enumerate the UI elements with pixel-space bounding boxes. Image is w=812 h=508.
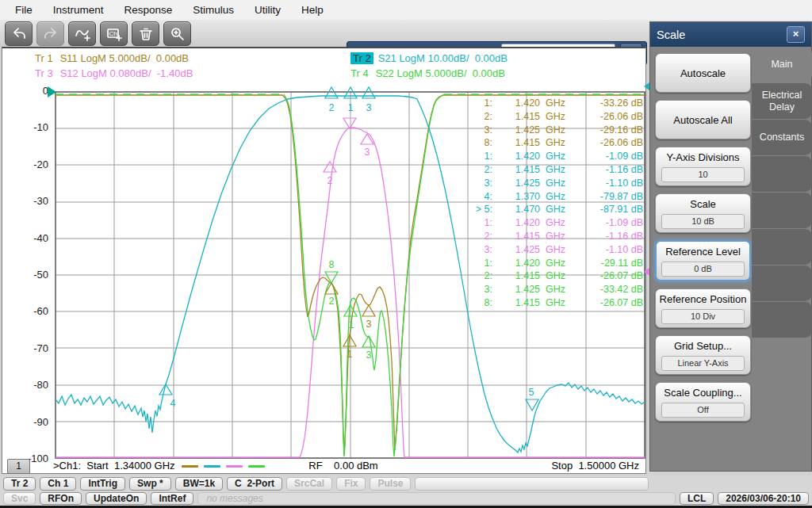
status-row-2-buttons: SvcRFOnUpdateOnIntRef (3, 492, 193, 505)
svg-text:2: 2 (329, 296, 335, 307)
menu-item[interactable]: Help (291, 4, 334, 16)
status-button[interactable]: BW=1k (175, 477, 223, 491)
undo-button[interactable] (5, 21, 33, 46)
status-button[interactable]: Pulse (370, 477, 411, 491)
marker-readout-row: 3:1.425 GHz-33.42 dB (465, 283, 643, 296)
svg-text:8: 8 (329, 259, 335, 270)
menu-item[interactable]: Instrument (43, 4, 114, 16)
trace-labels-right: Tr 2S21 LogM 10.00dB/ 0.00dBTr 4S22 LogM… (350, 52, 508, 82)
marker-readout-row: 1:1.420 GHz-29.11 dB (465, 257, 643, 269)
scale-panel-button[interactable]: Y-Axis Divisions 10 (655, 147, 751, 186)
scale-panel-buttons: Autoscale Autoscale All Y-Axis Divisions… (655, 53, 751, 422)
marker-readout-row: 2:1.415 GHz-26.06 dB (465, 110, 643, 123)
scale-panel-button[interactable]: Reference Position 10 Div (655, 288, 751, 328)
trace-labels-left: Tr 1S11 LogM 5.000dB/ 0.00dBTr 3S12 LogM… (35, 52, 193, 82)
status-button[interactable]: Tr 2 (3, 477, 36, 491)
scale-panel-button[interactable]: Autoscale (655, 53, 751, 93)
close-icon: × (793, 28, 799, 40)
add-channel-icon: Ch (106, 26, 122, 42)
menu-item[interactable]: Stimulus (182, 4, 244, 16)
add-trace-button[interactable] (68, 21, 96, 46)
message-area: no messages (197, 492, 676, 505)
trace-label[interactable]: Tr 4S22 LogM 5.000dB/ 0.00dB (350, 67, 508, 82)
status-button[interactable] (415, 477, 649, 491)
marker-readout-row: 3:1.425 GHz-29.16 dB (465, 124, 643, 136)
status-button[interactable]: C 2-Port (227, 477, 282, 491)
delete-button[interactable] (132, 21, 159, 46)
scale-panel-tab[interactable]: Main (752, 47, 812, 82)
rf-power-label: RF 0.00 dBm (272, 460, 415, 472)
y-axis-tick-label: -70 (10, 342, 48, 355)
scale-panel-button[interactable]: Grid Setup... Linear Y-Axis (655, 335, 751, 375)
svg-text:4: 4 (170, 398, 176, 409)
menu-item[interactable]: File (5, 4, 43, 16)
svg-text:3: 3 (366, 102, 372, 113)
marker-readout-row: 3:1.425 GHz-1.10 dB (465, 177, 643, 189)
svg-text:3: 3 (366, 349, 372, 361)
tab-filler (752, 229, 812, 265)
scale-panel-tab[interactable]: Constants (752, 120, 812, 155)
tab-filler (752, 265, 812, 301)
y-axis-tick-label: -40 (10, 232, 48, 245)
channel-tab[interactable]: 1 (7, 459, 30, 474)
scale-panel-button[interactable]: Scale Coupling... Off (655, 382, 751, 422)
scale-panel-tab-list: MainElectrical DelayConstants (752, 47, 812, 156)
marker-readout-row: 1:1.420 GHz-1.09 dB (465, 150, 643, 162)
status-button[interactable]: IntTrig (80, 477, 125, 491)
datetime-display: 2026/03/06-20:10 (718, 492, 809, 505)
redo-button[interactable] (36, 21, 64, 46)
svg-text:3: 3 (365, 147, 370, 158)
status-button[interactable]: RFOn (40, 492, 82, 505)
legend-dash-s12 (226, 465, 243, 468)
marker-readout-row: 2:1.415 GHz-1.16 dB (465, 230, 643, 243)
scale-panel-titlebar: Scale × (650, 22, 811, 47)
status-button[interactable]: Svc (3, 492, 36, 505)
svg-text:2: 2 (327, 175, 333, 186)
y-axis-ticks: 0-10-20-30-40-50-60-70-80-90-100 (10, 85, 48, 465)
legend-dash-s11 (182, 465, 198, 468)
scale-panel-tab[interactable]: Electrical Delay (752, 83, 812, 119)
scale-panel-button[interactable]: Autoscale All (655, 100, 751, 139)
scale-panel-button[interactable]: Scale 10 dB (655, 193, 751, 233)
svg-text:1: 1 (348, 102, 354, 113)
trace-label[interactable]: Tr 1S11 LogM 5.000dB/ 0.00dB (35, 52, 193, 67)
close-button[interactable]: × (787, 26, 805, 43)
tab-filler (752, 193, 812, 228)
y-axis-tick-label: -20 (10, 159, 48, 171)
svg-text:1: 1 (349, 319, 354, 330)
trace-label[interactable]: Tr 2S21 LogM 10.00dB/ 0.00dB (350, 52, 508, 67)
svg-text:Ch: Ch (109, 30, 117, 37)
stimulus-stop-label: Stop 1.50000 GHz (551, 460, 639, 472)
legend-dash-s22 (248, 465, 265, 468)
scale-panel-title: Scale (657, 29, 787, 41)
y-axis-tick-label: -10 (10, 121, 48, 134)
svg-text:5: 5 (529, 387, 534, 398)
scale-panel-tabs: MainElectrical DelayConstants (752, 47, 812, 470)
marker-readout-row: 2:1.415 GHz-1.16 dB (465, 163, 643, 176)
status-button[interactable]: Fix (336, 477, 366, 491)
marker-readout-row: 1:1.420 GHz-1.09 dB (465, 216, 643, 229)
scale-panel-button[interactable]: Reference Level 0 dB (655, 240, 751, 281)
svg-text:3: 3 (366, 319, 372, 330)
marker-readout-row: 4:1.370 GHz-79.87 dB (465, 190, 643, 203)
tab-filler (752, 302, 812, 338)
toolbar-buttons: Ch (5, 21, 191, 46)
zoom-button[interactable] (163, 21, 191, 46)
trace-label[interactable]: Tr 3S12 LogM 0.080dB/ -1.40dB (35, 67, 193, 82)
status-button[interactable]: UpdateOn (86, 492, 147, 505)
stimulus-start-label: >Ch1: Start 1.34000 GHz (53, 460, 175, 472)
status-row-1: Tr 2Ch 1IntTrigSwp *BW=1kC 2-PortSrcCalF… (3, 477, 809, 491)
status-button[interactable]: Swp * (129, 477, 171, 491)
marker-readout-row: > 5:1.470 GHz-87.91 dB (465, 203, 643, 216)
trace-color-legend (182, 465, 265, 468)
marker-readout-row: 2:1.415 GHz-26.07 dB (465, 269, 643, 282)
status-button[interactable]: Ch 1 (40, 477, 76, 491)
marker-readout-row: 8:1.415 GHz-26.07 dB (465, 296, 643, 309)
menu-item[interactable]: Response (114, 4, 183, 16)
tab-filler (752, 156, 812, 192)
menu-item[interactable]: Utility (244, 4, 291, 16)
status-button[interactable]: SrcCal (286, 477, 332, 491)
add-channel-button[interactable]: Ch (100, 21, 128, 46)
y-axis-tick-label: -90 (10, 416, 48, 429)
status-button[interactable]: IntRef (151, 492, 193, 505)
